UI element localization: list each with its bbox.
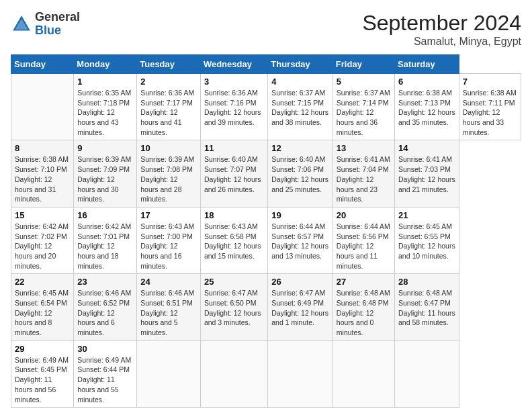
- day-detail: Sunrise: 6:39 AMSunset: 7:09 PMDaylight:…: [77, 154, 133, 203]
- logo-blue: Blue: [35, 24, 61, 37]
- calendar-table: SundayMondayTuesdayWednesdayThursdayFrid…: [11, 54, 521, 408]
- day-number: 4: [271, 77, 329, 87]
- day-number: 14: [398, 143, 455, 153]
- calendar-cell: 24Sunrise: 6:46 AMSunset: 6:51 PMDayligh…: [137, 274, 201, 340]
- calendar-cell: 9Sunrise: 6:39 AMSunset: 7:09 PMDaylight…: [74, 140, 137, 207]
- day-header: Tuesday: [137, 55, 201, 74]
- calendar-cell: 2Sunrise: 6:36 AMSunset: 7:17 PMDaylight…: [137, 74, 201, 140]
- day-header: Saturday: [395, 55, 459, 74]
- day-number: 13: [337, 143, 391, 153]
- calendar-cell: 11Sunrise: 6:40 AMSunset: 7:07 PMDayligh…: [200, 140, 267, 207]
- day-number: 5: [337, 77, 391, 87]
- calendar-cell: 6Sunrise: 6:38 AMSunset: 7:13 PMDaylight…: [395, 74, 459, 140]
- day-number: 28: [398, 277, 455, 287]
- day-detail: Sunrise: 6:42 AMSunset: 7:01 PMDaylight:…: [77, 222, 133, 271]
- month-title: September 2024: [362, 11, 521, 36]
- logo: General Blue: [11, 11, 80, 38]
- page-header: General Blue September 2024 Samalut, Min…: [11, 11, 521, 48]
- calendar-cell: 18Sunrise: 6:43 AMSunset: 6:58 PMDayligh…: [200, 207, 267, 273]
- day-header: Friday: [332, 55, 394, 74]
- day-detail: Sunrise: 6:42 AMSunset: 7:02 PMDaylight:…: [15, 222, 70, 271]
- day-number: 9: [77, 143, 133, 153]
- calendar-cell: 30Sunrise: 6:49 AMSunset: 6:44 PMDayligh…: [74, 340, 137, 407]
- day-number: 11: [204, 143, 264, 153]
- day-detail: Sunrise: 6:37 AMSunset: 7:14 PMDaylight:…: [337, 88, 391, 137]
- day-detail: Sunrise: 6:49 AMSunset: 6:45 PMDaylight:…: [15, 355, 70, 404]
- day-header: Monday: [74, 55, 137, 74]
- calendar-cell: [137, 340, 201, 407]
- day-detail: Sunrise: 6:38 AMSunset: 7:11 PMDaylight:…: [463, 88, 517, 137]
- day-number: 30: [77, 344, 133, 354]
- calendar-cell: 12Sunrise: 6:40 AMSunset: 7:06 PMDayligh…: [268, 140, 333, 207]
- day-detail: Sunrise: 6:36 AMSunset: 7:16 PMDaylight:…: [204, 88, 264, 128]
- day-detail: Sunrise: 6:44 AMSunset: 6:56 PMDaylight:…: [337, 222, 391, 271]
- day-number: 3: [204, 77, 264, 87]
- day-number: 12: [271, 143, 329, 153]
- day-number: 1: [77, 77, 133, 87]
- calendar-cell: [268, 340, 333, 407]
- day-number: 7: [463, 77, 517, 87]
- day-detail: Sunrise: 6:48 AMSunset: 6:47 PMDaylight:…: [398, 288, 455, 328]
- calendar-cell: [395, 340, 459, 407]
- logo-icon: [11, 13, 32, 35]
- calendar-cell: 5Sunrise: 6:37 AMSunset: 7:14 PMDaylight…: [332, 74, 394, 140]
- day-detail: Sunrise: 6:38 AMSunset: 7:13 PMDaylight:…: [398, 88, 455, 128]
- calendar-week-row: 22Sunrise: 6:45 AMSunset: 6:54 PMDayligh…: [11, 274, 521, 340]
- day-number: 6: [398, 77, 455, 87]
- day-detail: Sunrise: 6:49 AMSunset: 6:44 PMDaylight:…: [77, 355, 133, 404]
- calendar-cell: 27Sunrise: 6:48 AMSunset: 6:48 PMDayligh…: [332, 274, 394, 340]
- calendar-cell: 3Sunrise: 6:36 AMSunset: 7:16 PMDaylight…: [200, 74, 267, 140]
- day-detail: Sunrise: 6:39 AMSunset: 7:08 PMDaylight:…: [140, 154, 197, 203]
- day-number: 22: [15, 277, 70, 287]
- day-detail: Sunrise: 6:40 AMSunset: 7:06 PMDaylight:…: [271, 154, 329, 194]
- day-detail: Sunrise: 6:46 AMSunset: 6:52 PMDaylight:…: [77, 288, 133, 337]
- day-detail: Sunrise: 6:43 AMSunset: 7:00 PMDaylight:…: [140, 222, 197, 271]
- day-number: 24: [140, 277, 197, 287]
- calendar-cell: 16Sunrise: 6:42 AMSunset: 7:01 PMDayligh…: [74, 207, 137, 273]
- calendar-cell: 15Sunrise: 6:42 AMSunset: 7:02 PMDayligh…: [11, 207, 74, 273]
- calendar-cell: [332, 340, 394, 407]
- calendar-week-row: 1Sunrise: 6:35 AMSunset: 7:18 PMDaylight…: [11, 74, 521, 140]
- calendar-cell: 21Sunrise: 6:45 AMSunset: 6:55 PMDayligh…: [395, 207, 459, 273]
- calendar-cell: 22Sunrise: 6:45 AMSunset: 6:54 PMDayligh…: [11, 274, 74, 340]
- calendar-cell: 23Sunrise: 6:46 AMSunset: 6:52 PMDayligh…: [74, 274, 137, 340]
- day-number: 2: [140, 77, 197, 87]
- location-title: Samalut, Minya, Egypt: [362, 36, 521, 48]
- calendar-cell: 25Sunrise: 6:47 AMSunset: 6:50 PMDayligh…: [200, 274, 267, 340]
- calendar-cell: 7Sunrise: 6:38 AMSunset: 7:11 PMDaylight…: [459, 74, 521, 140]
- day-number: 18: [204, 210, 264, 220]
- day-detail: Sunrise: 6:45 AMSunset: 6:54 PMDaylight:…: [15, 288, 70, 337]
- calendar-cell: 8Sunrise: 6:38 AMSunset: 7:10 PMDaylight…: [11, 140, 74, 207]
- day-detail: Sunrise: 6:38 AMSunset: 7:10 PMDaylight:…: [15, 154, 70, 203]
- calendar-week-row: 15Sunrise: 6:42 AMSunset: 7:02 PMDayligh…: [11, 207, 521, 273]
- day-number: 10: [140, 143, 197, 153]
- calendar-week-row: 8Sunrise: 6:38 AMSunset: 7:10 PMDaylight…: [11, 140, 521, 207]
- day-detail: Sunrise: 6:44 AMSunset: 6:57 PMDaylight:…: [271, 222, 329, 261]
- calendar-cell: 13Sunrise: 6:41 AMSunset: 7:04 PMDayligh…: [332, 140, 394, 207]
- day-number: 25: [204, 277, 264, 287]
- day-header: Thursday: [268, 55, 333, 74]
- calendar-cell: 14Sunrise: 6:41 AMSunset: 7:03 PMDayligh…: [395, 140, 459, 207]
- calendar-week-row: 29Sunrise: 6:49 AMSunset: 6:45 PMDayligh…: [11, 340, 521, 407]
- calendar-cell: 29Sunrise: 6:49 AMSunset: 6:45 PMDayligh…: [11, 340, 74, 407]
- day-detail: Sunrise: 6:46 AMSunset: 6:51 PMDaylight:…: [140, 288, 197, 337]
- day-number: 8: [15, 143, 70, 153]
- logo-general: General: [35, 10, 80, 24]
- day-number: 23: [77, 277, 133, 287]
- day-detail: Sunrise: 6:47 AMSunset: 6:50 PMDaylight:…: [204, 288, 264, 328]
- day-number: 16: [77, 210, 133, 220]
- calendar-cell: 1Sunrise: 6:35 AMSunset: 7:18 PMDaylight…: [74, 74, 137, 140]
- day-number: 17: [140, 210, 197, 220]
- day-number: 29: [15, 344, 70, 354]
- calendar-cell: 28Sunrise: 6:48 AMSunset: 6:47 PMDayligh…: [395, 274, 459, 340]
- logo-text: General Blue: [35, 11, 80, 38]
- day-number: 19: [271, 210, 329, 220]
- calendar-cell: 20Sunrise: 6:44 AMSunset: 6:56 PMDayligh…: [332, 207, 394, 273]
- day-header: Wednesday: [200, 55, 267, 74]
- day-detail: Sunrise: 6:36 AMSunset: 7:17 PMDaylight:…: [140, 88, 197, 137]
- calendar-header-row: SundayMondayTuesdayWednesdayThursdayFrid…: [11, 55, 521, 74]
- calendar-cell: 10Sunrise: 6:39 AMSunset: 7:08 PMDayligh…: [137, 140, 201, 207]
- calendar-cell: [200, 340, 267, 407]
- day-number: 15: [15, 210, 70, 220]
- calendar-cell: 4Sunrise: 6:37 AMSunset: 7:15 PMDaylight…: [268, 74, 333, 140]
